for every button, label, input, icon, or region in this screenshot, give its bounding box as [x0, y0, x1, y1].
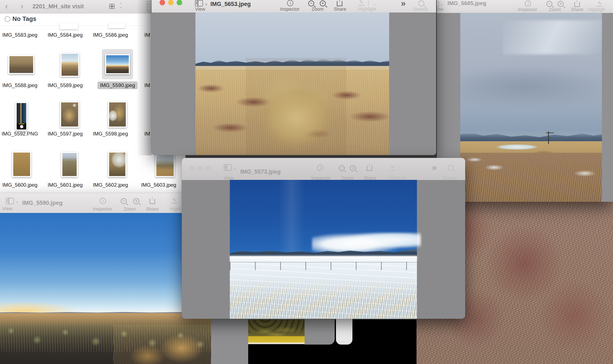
thumbnail-sliver[interactable]	[108, 23, 125, 28]
file-name[interactable]: IMG_5597.jpeg	[44, 131, 86, 137]
smudge-pattern	[248, 327, 305, 337]
chevron-down-icon: ⌄	[373, 1, 377, 6]
thumbnail-img5589[interactable]	[60, 53, 79, 77]
file-name[interactable]: IMG_5601.jpeg	[44, 182, 86, 188]
share-icon[interactable]: ↑	[337, 0, 342, 6]
share-icon[interactable]: ↑	[150, 197, 155, 204]
close-button[interactable]	[160, 0, 165, 5]
titlebar-img5653[interactable]: ⌄ View IMG_5653.jpeg i Inspector − + Zoo…	[152, 0, 436, 13]
black-photo-area	[248, 344, 417, 364]
file-name[interactable]: IMG_5603.jpeg	[137, 182, 180, 188]
window-title: IMG_5573.jpeg	[240, 169, 281, 175]
window-title: IMG_5653.jpeg	[210, 1, 251, 7]
search-icon	[418, 0, 424, 6]
zoom-in-icon[interactable]: +	[350, 165, 356, 171]
titlebar-img5590[interactable]: ⌄ View IMG_5590.jpeg i Inspector − + Zoo…	[0, 193, 211, 213]
file-name[interactable]: IMG_5584.jpeg	[44, 32, 86, 38]
thumb-photo	[17, 103, 26, 130]
share-label[interactable]: Share	[137, 206, 167, 212]
zoom-out-icon[interactable]: −	[546, 1, 552, 7]
thumb-photo	[109, 103, 126, 127]
thumb-photo	[156, 153, 174, 176]
inspector-icon[interactable]: i	[525, 0, 531, 7]
no-tags-circle-icon	[5, 16, 10, 22]
thumbnail-sliver[interactable]	[60, 23, 78, 29]
thumbnail-img5598[interactable]	[108, 101, 127, 128]
inspector-icon[interactable]: i	[317, 165, 323, 171]
thumbnail-img5602[interactable]	[108, 152, 126, 177]
thumbnail-img5592[interactable]	[16, 102, 27, 130]
fence-wire	[230, 262, 417, 262]
thumb-photo	[109, 153, 125, 176]
file-name[interactable]: IMG_5592.PNG	[0, 131, 41, 137]
view-icon[interactable]	[6, 198, 14, 204]
file-name[interactable]: IMG_5583.jpeg	[0, 32, 41, 38]
back-icon[interactable]: ‹	[5, 2, 8, 10]
chevron-down-icon[interactable]: ⌄	[204, 1, 208, 6]
fence-posts	[230, 262, 417, 270]
zoom-in-icon[interactable]: +	[320, 0, 326, 6]
photo-img5685	[460, 13, 602, 202]
chevron-down-icon[interactable]: ⌄	[233, 166, 237, 170]
preview-window-img5590[interactable]: ⌄ View IMG_5590.jpeg i Inspector − + Zoo…	[0, 193, 211, 364]
highlight-pencil-icon: ✎	[359, 0, 364, 6]
highlight-pencil-icon: ✎	[390, 164, 395, 170]
chevron-down-icon[interactable]: ⌄	[440, 2, 443, 6]
zoom-out-icon[interactable]: −	[339, 165, 345, 171]
view-icon[interactable]	[195, 0, 203, 6]
cloud-shadow	[460, 66, 602, 107]
gray-window-corner	[305, 319, 335, 345]
minimize-button[interactable]	[168, 0, 174, 5]
close-button[interactable]	[189, 166, 194, 171]
thumbnail-img5597[interactable]	[60, 101, 79, 128]
minimize-button[interactable]	[197, 166, 203, 171]
sort-chevrons-icon[interactable]: ⌃⌄	[119, 3, 123, 8]
share-icon[interactable]: ↑	[367, 164, 372, 171]
mountains	[460, 131, 602, 142]
forward-icon[interactable]: ›	[21, 2, 23, 10]
highlight-label: Highlight	[350, 6, 384, 12]
maximize-button[interactable]	[206, 166, 211, 171]
file-name[interactable]: IMG_5598.jpeg	[89, 131, 132, 137]
view-label: View	[2, 206, 19, 211]
file-name[interactable]: IMG_5602.jpeg	[89, 182, 132, 188]
overflow-chevrons-icon[interactable]: »	[432, 164, 436, 171]
white-window-corner	[336, 319, 353, 345]
zoom-in-icon[interactable]: +	[558, 1, 564, 7]
inspector-icon[interactable]: i	[287, 0, 293, 6]
view-icon[interactable]	[224, 164, 232, 171]
zoom-out-icon[interactable]: −	[121, 198, 127, 204]
file-name-selected[interactable]: IMG_5590.jpeg	[96, 82, 139, 88]
titlebar-img5685[interactable]: ⌄ IMG_5685.jpeg ew i Inspector − + Zoom …	[437, 0, 613, 13]
file-name[interactable]: IMG_5589.jpeg	[44, 82, 86, 88]
file-name[interactable]: IMG_5600.jpeg	[0, 182, 41, 188]
thumbnail-img5603[interactable]	[155, 152, 175, 177]
grid-view-icon[interactable]	[109, 4, 114, 9]
inspector-label[interactable]: Inspector	[86, 206, 119, 212]
thumbnail-img5588[interactable]	[8, 55, 34, 74]
thumbnail-img5600[interactable]	[12, 152, 31, 177]
zoom-out-icon[interactable]: −	[308, 0, 314, 6]
shutter-button	[20, 125, 23, 128]
inspector-label[interactable]: Inspector	[512, 7, 544, 12]
chevron-down-icon: ⌄	[403, 166, 407, 170]
thumbnail-img5590-selected[interactable]	[105, 54, 130, 74]
share-icon[interactable]: ↑	[574, 0, 580, 7]
overflow-chevrons-icon[interactable]: »	[401, 0, 406, 7]
file-name[interactable]: IMG_5586.jpeg	[89, 32, 132, 38]
titlebar-img5573[interactable]: ⌄ View IMG_5573.jpeg i Inspector − + Zoo…	[182, 158, 465, 180]
thumb-photo	[9, 56, 33, 73]
maximize-button[interactable]	[177, 0, 182, 5]
preview-window-img5653[interactable]: ⌄ View IMG_5653.jpeg i Inspector − + Zoo…	[152, 0, 436, 155]
grass-tufts	[230, 277, 417, 319]
foreground-bush	[246, 58, 347, 155]
inspector-label[interactable]: Inspector	[274, 6, 306, 12]
chevron-down-icon[interactable]: ⌄	[15, 199, 19, 203]
window-title: IMG_5590.jpeg	[22, 200, 63, 206]
preview-window-img5573[interactable]: ⌄ View IMG_5573.jpeg i Inspector − + Zoo…	[182, 158, 465, 319]
thumbnail-img5601[interactable]	[61, 152, 78, 177]
file-name[interactable]: IMG_5588.jpeg	[0, 82, 41, 88]
search-icon	[448, 165, 454, 171]
inspector-icon[interactable]: i	[100, 198, 106, 204]
zoom-in-icon[interactable]: +	[133, 198, 139, 204]
